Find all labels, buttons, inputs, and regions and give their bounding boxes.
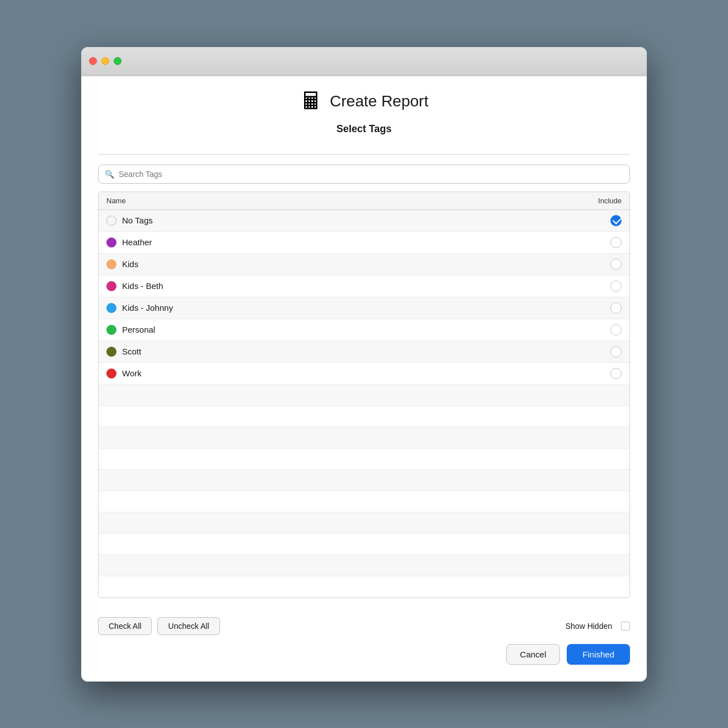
tag-label: Personal [122, 325, 155, 334]
empty-row [99, 470, 629, 491]
row-name: Kids - Johnny [106, 303, 577, 313]
row-name: Scott [106, 347, 577, 357]
empty-row [99, 385, 629, 406]
kids-johnny-dot [106, 303, 116, 313]
table-row: Personal [99, 319, 629, 341]
window-title: Create Report [330, 92, 428, 110]
row-include[interactable] [577, 215, 622, 226]
include-checkbox[interactable] [610, 368, 622, 379]
close-button[interactable] [89, 57, 97, 65]
table-row: Kids [99, 254, 629, 276]
calculator-icon: 🖩 [300, 90, 323, 113]
show-hidden-label: Show Hidden [566, 622, 612, 631]
search-input[interactable] [98, 165, 630, 184]
scott-dot [106, 347, 116, 357]
empty-row [99, 406, 629, 427]
empty-row [99, 555, 629, 576]
col-name-header: Name [106, 197, 577, 205]
no-tag-dot [106, 216, 116, 226]
tag-label: Kids - Beth [122, 281, 163, 291]
table-row: No Tags [99, 210, 629, 232]
tag-label: Work [122, 368, 142, 378]
row-include[interactable] [577, 237, 622, 248]
show-hidden-checkbox[interactable] [621, 622, 630, 631]
include-checkbox[interactable] [610, 237, 622, 248]
empty-rows [99, 385, 629, 598]
row-name: Heather [106, 237, 577, 248]
search-icon: 🔍 [105, 170, 114, 179]
titlebar [81, 47, 647, 76]
row-name: No Tags [106, 216, 577, 226]
uncheck-all-button[interactable]: Uncheck All [157, 617, 220, 635]
include-checkbox[interactable] [610, 259, 622, 270]
row-include[interactable] [577, 324, 622, 335]
row-name: Kids [106, 259, 577, 269]
row-name: Kids - Beth [106, 281, 577, 291]
row-include[interactable] [577, 259, 622, 270]
table-row: Kids - Johnny [99, 297, 629, 319]
minimize-button[interactable] [101, 57, 109, 65]
empty-row [99, 491, 629, 512]
empty-row [99, 534, 629, 555]
app-window: 🖩 Create Report Select Tags 🔍 Name Inclu… [81, 47, 647, 682]
work-dot [106, 368, 116, 379]
table-row: Heather [99, 232, 629, 254]
row-include[interactable] [577, 346, 622, 357]
kids-beth-dot [106, 281, 116, 291]
personal-dot [106, 325, 116, 335]
row-name: Work [106, 368, 577, 379]
finished-button[interactable]: Finished [567, 644, 630, 665]
main-content: 🖩 Create Report Select Tags 🔍 Name Inclu… [81, 76, 647, 682]
table-row: Scott [99, 341, 629, 363]
tags-table: Name Include No Tags Heather [98, 192, 630, 598]
kids-dot [106, 259, 116, 269]
search-bar: 🔍 [98, 165, 630, 184]
heather-dot [106, 237, 116, 248]
include-checkbox[interactable] [610, 302, 622, 314]
empty-row [99, 427, 629, 449]
tag-label: Kids - Johnny [122, 303, 173, 312]
include-checkbox[interactable] [610, 324, 622, 335]
empty-row [99, 512, 629, 534]
footer-right: Show Hidden [566, 622, 630, 631]
row-include[interactable] [577, 368, 622, 379]
header-title-row: 🖩 Create Report [300, 90, 428, 113]
col-include-header: Include [577, 197, 622, 205]
empty-row [99, 576, 629, 598]
section-title: Select Tags [337, 123, 392, 135]
include-checkbox[interactable] [610, 281, 622, 292]
traffic-lights [89, 57, 122, 65]
action-buttons: Cancel Finished [98, 635, 630, 665]
footer-controls: Check All Uncheck All Show Hidden [98, 609, 630, 635]
include-checkbox-checked[interactable] [610, 215, 622, 226]
tag-label: No Tags [122, 216, 153, 225]
header: 🖩 Create Report Select Tags [98, 90, 630, 155]
table-row: Work [99, 363, 629, 385]
table-header: Name Include [99, 192, 629, 210]
table-row: Kids - Beth [99, 276, 629, 297]
tag-label: Heather [122, 237, 152, 247]
include-checkbox[interactable] [610, 346, 622, 357]
tag-label: Kids [122, 259, 138, 269]
row-include[interactable] [577, 302, 622, 314]
tag-label: Scott [122, 347, 141, 356]
cancel-button[interactable]: Cancel [506, 644, 561, 665]
footer-left: Check All Uncheck All [98, 617, 220, 635]
maximize-button[interactable] [114, 57, 122, 65]
row-include[interactable] [577, 281, 622, 292]
row-name: Personal [106, 325, 577, 335]
empty-row [99, 449, 629, 470]
check-all-button[interactable]: Check All [98, 617, 152, 635]
